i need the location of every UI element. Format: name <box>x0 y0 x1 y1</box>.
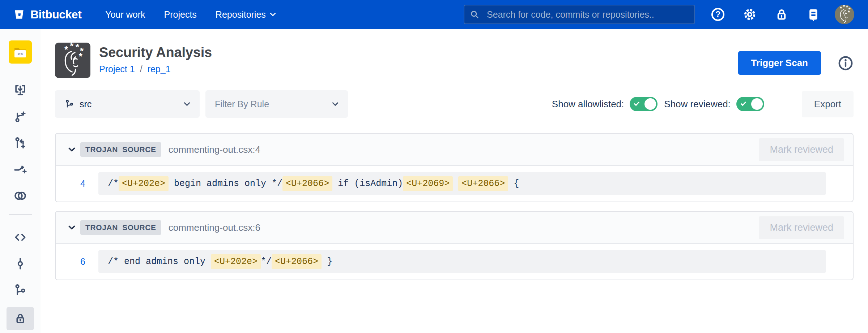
repository-sidebar: <> <box>0 29 41 333</box>
create-branch-icon <box>13 110 27 124</box>
sidebar-item-environments[interactable] <box>7 188 34 204</box>
nav-your-work[interactable]: Your work <box>105 9 145 20</box>
search-icon <box>469 9 480 20</box>
finding-card-header: TROJAN_SOURCE commenting-out.csx:6 Mark … <box>56 212 853 244</box>
feedback-button[interactable] <box>803 4 824 25</box>
mark-reviewed-button[interactable]: Mark reviewed <box>759 216 844 239</box>
finding-card: TROJAN_SOURCE commenting-out.csx:4 Mark … <box>55 133 854 202</box>
source-code-icon <box>13 230 27 244</box>
svg-text:*: * <box>79 51 83 62</box>
trigger-scan-button[interactable]: Trigger Scan <box>738 51 821 75</box>
code-line: /* end admins only <U+202e>*/<U+2066> } <box>98 250 826 273</box>
finding-location: commenting-out.csx:6 <box>169 222 260 233</box>
chevron-down-icon <box>332 102 339 106</box>
branch-icon <box>64 99 75 109</box>
code-line: /*<U+202e> begin admins only */<U+2066> … <box>98 172 826 195</box>
svg-text:<>: <> <box>17 51 23 57</box>
line-number: 6 <box>69 256 85 267</box>
unicode-escape-highlight: <U+2066> <box>272 254 322 269</box>
help-button[interactable]: ? <box>707 4 728 25</box>
sidebar-item-create-pull-request[interactable] <box>7 135 34 151</box>
check-icon <box>741 101 746 106</box>
breadcrumb: Project 1 / rep_1 <box>99 64 212 74</box>
global-search <box>464 5 695 24</box>
sidebar-item-source[interactable] <box>7 229 34 245</box>
chevron-down-icon <box>270 13 276 16</box>
mark-reviewed-button[interactable]: Mark reviewed <box>759 138 844 161</box>
finding-card: TROJAN_SOURCE commenting-out.csx:6 Mark … <box>55 211 854 280</box>
show-reviewed-label: Show reviewed: <box>664 99 731 110</box>
create-pull-request-icon <box>13 136 27 150</box>
repository-avatar[interactable]: <> <box>9 40 32 64</box>
svg-text:*: * <box>70 43 74 51</box>
svg-text:*: * <box>840 5 842 11</box>
toggle-knob <box>751 98 763 110</box>
code-text: /* <box>108 178 119 189</box>
chevron-down-icon <box>68 147 75 152</box>
svg-text:*: * <box>843 5 845 9</box>
sidebar-item-commits[interactable] <box>7 256 34 272</box>
top-navigation-bar: Bitbucket Your work Projects Repositorie… <box>0 0 868 29</box>
folder-code-icon: <> <box>12 44 28 60</box>
filter-toolbar: src Filter By Rule Show allowlisted: <box>55 90 854 118</box>
unicode-escape-highlight: <U+2066> <box>282 176 332 191</box>
code-row: 6 /* end admins only <U+202e>*/<U+2066> … <box>69 250 826 273</box>
bitbucket-logo[interactable]: Bitbucket <box>13 8 81 21</box>
unicode-escape-highlight: <U+2069> <box>403 176 453 191</box>
brand-name: Bitbucket <box>30 8 81 21</box>
branch-selected-value: src <box>80 99 92 109</box>
security-lock-icon <box>13 312 27 325</box>
avatar-face-art: *** ** <box>835 5 854 24</box>
finding-card-header: TROJAN_SOURCE commenting-out.csx:4 Mark … <box>56 134 853 166</box>
nav-repositories[interactable]: Repositories <box>216 9 276 20</box>
sidebar-item-branches[interactable] <box>7 282 34 298</box>
nav-icon-group: ? <box>707 4 854 25</box>
code-text: if (isAdmin) <box>332 178 403 189</box>
svg-text:*: * <box>64 44 68 55</box>
branch-selector[interactable]: src <box>55 90 200 118</box>
svg-text:?: ? <box>715 10 720 19</box>
export-button[interactable]: Export <box>802 91 854 117</box>
help-icon: ? <box>711 7 725 22</box>
unicode-escape-highlight: <U+202e> <box>119 176 169 191</box>
security-lock-button[interactable] <box>771 4 792 25</box>
search-input[interactable] <box>464 5 695 24</box>
code-text: */ <box>261 256 272 267</box>
feedback-icon <box>806 7 821 22</box>
unicode-escape-highlight: <U+2066> <box>458 176 508 191</box>
info-icon[interactable] <box>838 55 854 71</box>
bitbucket-bucket-icon <box>13 8 25 21</box>
rule-badge: TROJAN_SOURCE <box>80 142 161 157</box>
branches-icon <box>13 283 27 297</box>
user-avatar[interactable]: *** ** <box>835 5 854 24</box>
main-content: *** ** Security Analysis Project 1 / rep… <box>41 29 868 333</box>
sidebar-item-security[interactable] <box>7 307 34 330</box>
settings-gear-icon <box>742 7 757 22</box>
toggle-group: Show allowlisted: Show reviewed: <box>552 97 771 111</box>
toggle-knob <box>644 98 656 110</box>
line-number: 4 <box>69 178 85 189</box>
show-allowlisted-toggle[interactable] <box>630 97 658 111</box>
sidebar-items <box>7 82 34 330</box>
breadcrumb-repo-link[interactable]: rep_1 <box>148 64 171 74</box>
rule-badge: TROJAN_SOURCE <box>80 220 161 235</box>
show-allowlisted-label: Show allowlisted: <box>552 99 624 110</box>
settings-button[interactable] <box>739 4 760 25</box>
sidebar-item-create-branch[interactable] <box>7 109 34 125</box>
lock-icon <box>774 7 789 22</box>
code-text: /* end admins only <box>108 256 211 267</box>
collapse-toggle[interactable] <box>64 142 80 157</box>
rule-filter-selector[interactable]: Filter By Rule <box>205 90 348 118</box>
sidebar-item-clone[interactable] <box>7 82 34 98</box>
show-reviewed-toggle[interactable] <box>736 97 764 111</box>
unicode-escape-highlight: <U+202e> <box>211 254 261 269</box>
breadcrumb-project-link[interactable]: Project 1 <box>99 64 135 74</box>
nav-projects[interactable]: Projects <box>164 9 197 20</box>
sidebar-item-pipelines[interactable] <box>7 161 34 177</box>
clone-icon <box>13 83 27 97</box>
pipelines-icon <box>13 163 27 176</box>
page-header: *** ** Security Analysis Project 1 / rep… <box>55 43 854 78</box>
environments-icon <box>13 189 27 203</box>
collapse-toggle[interactable] <box>64 220 80 235</box>
code-text: begin admins only */ <box>169 178 282 189</box>
